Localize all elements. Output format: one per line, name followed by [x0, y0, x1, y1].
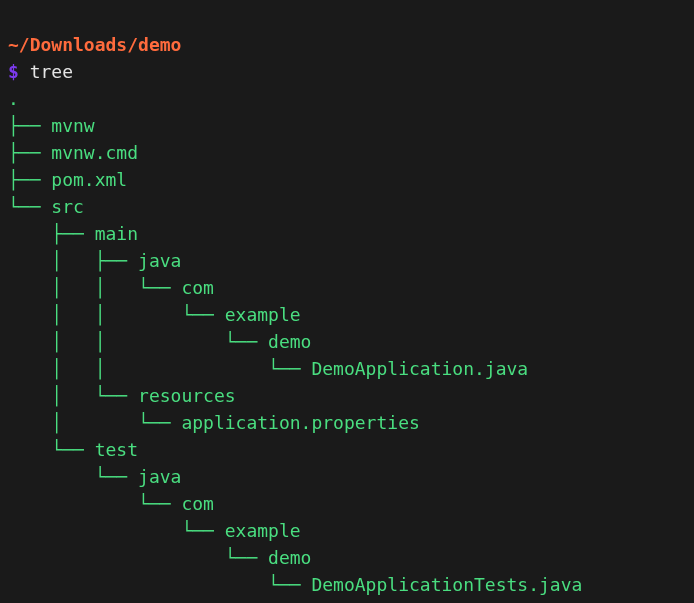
tree-line-2: ├── mvnw.cmd [8, 142, 138, 163]
tree-line-8: │ │ └── example [8, 304, 301, 325]
current-working-directory: ~/Downloads/demo [8, 34, 181, 55]
tree-line-11: │ └── resources [8, 385, 236, 406]
tree-line-3: ├── pom.xml [8, 169, 127, 190]
tree-line-0: . [8, 88, 19, 109]
tree-line-9: │ │ └── demo [8, 331, 311, 352]
tree-line-12: │ └── application.properties [8, 412, 420, 433]
prompt-symbol: $ [8, 61, 19, 82]
command-text: tree [30, 61, 73, 82]
tree-line-14: └── java [8, 466, 181, 487]
terminal-output: ~/Downloads/demo $ tree . ├── mvnw ├── m… [8, 4, 686, 603]
tree-line-1: ├── mvnw [8, 115, 95, 136]
tree-line-7: │ │ └── com [8, 277, 214, 298]
tree-line-15: └── com [8, 493, 214, 514]
tree-line-10: │ │ └── DemoApplication.java [8, 358, 528, 379]
tree-line-13: └── test [8, 439, 138, 460]
tree-line-5: ├── main [8, 223, 138, 244]
tree-line-17: └── demo [8, 547, 311, 568]
tree-line-18: └── DemoApplicationTests.java [8, 574, 582, 595]
tree-line-4: └── src [8, 196, 84, 217]
tree-line-16: └── example [8, 520, 301, 541]
tree-line-6: │ ├── java [8, 250, 181, 271]
